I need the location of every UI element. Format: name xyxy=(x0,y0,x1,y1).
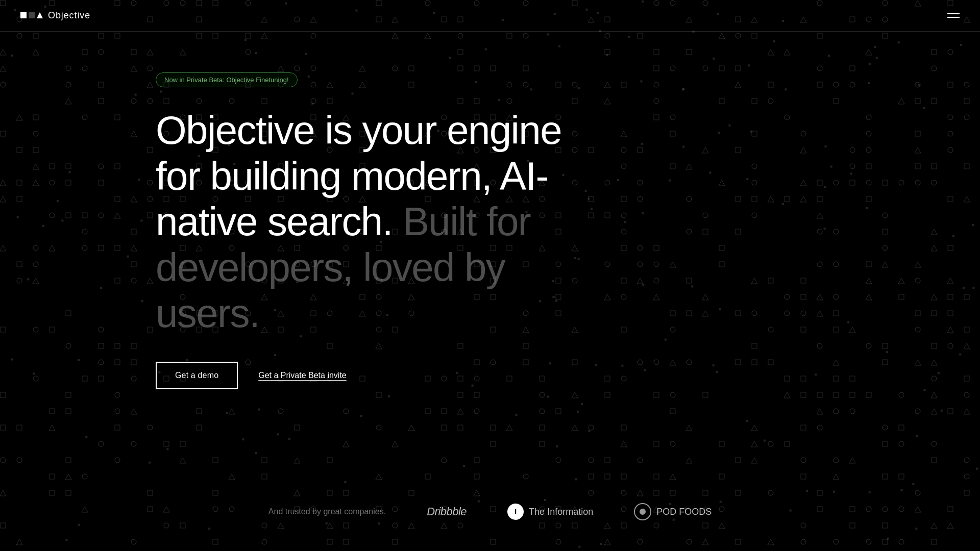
svg-marker-2 xyxy=(37,12,43,18)
pod-foods-text: POD FOODS xyxy=(656,507,712,517)
beta-badge[interactable]: Now in Private Beta: Objective Finetunin… xyxy=(156,72,298,87)
logo-text: Objective xyxy=(48,10,90,21)
svg-rect-1 xyxy=(29,12,35,18)
menu-button[interactable] xyxy=(947,13,960,18)
the-information-logo: I The Information xyxy=(507,504,593,520)
trusted-label: And trusted by great companies. xyxy=(268,507,386,516)
pod-icon xyxy=(634,503,651,520)
logo-icon xyxy=(20,11,43,21)
headline: Objective is your engine for building mo… xyxy=(156,108,615,336)
dribbble-logo: Dribbble xyxy=(427,505,467,518)
get-demo-button[interactable]: Get a demo xyxy=(156,362,238,389)
svg-rect-0 xyxy=(20,12,27,18)
dribbble-text: Dribbble xyxy=(427,505,467,518)
logo[interactable]: Objective xyxy=(20,10,90,21)
pod-foods-logo: POD FOODS xyxy=(634,503,712,520)
get-beta-invite-button[interactable]: Get a Private Beta invite xyxy=(258,371,347,380)
information-text: The Information xyxy=(529,507,593,517)
trusted-section: And trusted by great companies. Dribbble… xyxy=(0,503,980,520)
information-icon: I xyxy=(507,504,524,520)
